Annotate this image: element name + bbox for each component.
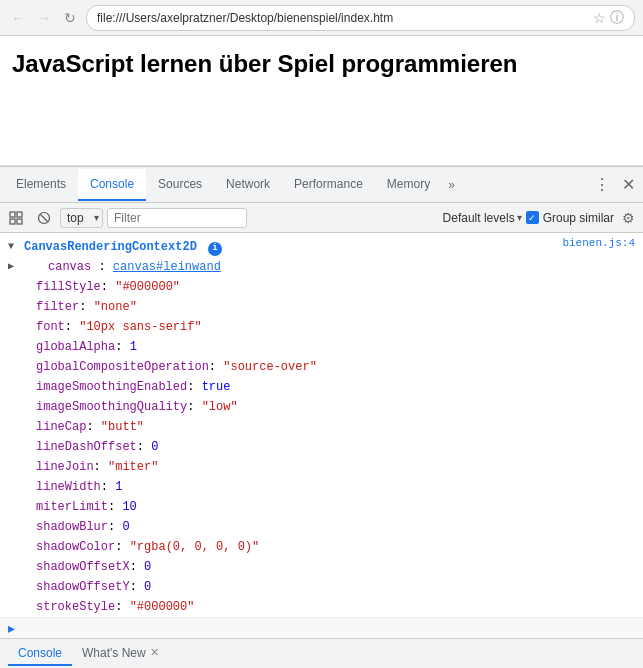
inspect-element-button[interactable] (4, 206, 28, 230)
prop-fillStyle: fillStyle: "#000000" (0, 277, 643, 297)
tab-network[interactable]: Network (214, 169, 282, 201)
tab-memory[interactable]: Memory (375, 169, 442, 201)
prop-lineDashOffset: lineDashOffset: 0 (0, 437, 643, 457)
info-badge: i (208, 242, 222, 256)
devtools-menu-button[interactable]: ⋮ (590, 171, 614, 198)
svg-rect-1 (17, 212, 22, 217)
prop-strokeStyle: strokeStyle: "#000000" (0, 597, 643, 617)
whats-new-close-icon[interactable]: ✕ (150, 646, 159, 659)
devtools-close-button[interactable]: ✕ (618, 171, 639, 198)
devtools-tabs-bar: Elements Console Sources Network Perform… (0, 167, 643, 203)
devtools-panel: Elements Console Sources Network Perform… (0, 166, 643, 668)
devtools-tab-end: ⋮ ✕ (590, 171, 639, 198)
bottom-tab-whats-new[interactable]: What's New ✕ (72, 642, 169, 666)
tab-console[interactable]: Console (78, 169, 146, 201)
reload-button[interactable]: ↻ (60, 8, 80, 28)
console-prompt-row: ▸ (0, 617, 643, 638)
page-title: JavaScript lernen über Spiel programmier… (12, 50, 631, 78)
address-text: file:///Users/axelpratzner/Desktop/biene… (97, 11, 589, 25)
group-similar-toggle[interactable]: Group similar (526, 211, 614, 225)
bottom-tabs-bar: Console What's New ✕ (0, 638, 643, 668)
canvas-ref[interactable]: canvas#leinwand (113, 260, 221, 274)
settings-icon[interactable]: ⚙ (618, 210, 639, 226)
browser-toolbar: ← → ↻ file:///Users/axelpratzner/Desktop… (0, 0, 643, 36)
prop-globalCompositeOperation: globalCompositeOperation: "source-over" (0, 357, 643, 377)
prop-lineJoin: lineJoin: "miter" (0, 457, 643, 477)
filter-input[interactable] (107, 208, 247, 228)
context-selector[interactable]: top (60, 208, 103, 228)
bottom-tab-console[interactable]: Console (8, 642, 72, 666)
default-levels-arrow-icon: ▾ (517, 212, 522, 223)
star-icon: ☆ (593, 10, 606, 26)
group-similar-checkbox[interactable] (526, 211, 539, 224)
prop-miterLimit: miterLimit: 10 (0, 497, 643, 517)
svg-rect-2 (10, 219, 15, 224)
root-expand-toggle[interactable]: ▼ (8, 239, 14, 254)
prop-shadowBlur: shadowBlur: 0 (0, 517, 643, 537)
prop-shadowColor: shadowColor: "rgba(0, 0, 0, 0)" (0, 537, 643, 557)
svg-rect-3 (17, 219, 22, 224)
tab-performance[interactable]: Performance (282, 169, 375, 201)
console-prompt-icon: ▸ (8, 620, 15, 636)
prop-lineCap: lineCap: "butt" (0, 417, 643, 437)
clear-console-button[interactable] (32, 206, 56, 230)
console-root-item: ▼ CanvasRenderingContext2D i (0, 237, 643, 257)
canvas-expand-toggle[interactable]: ▶ (8, 259, 14, 274)
tab-elements[interactable]: Elements (4, 169, 78, 201)
prop-shadowOffsetY: shadowOffsetY: 0 (0, 577, 643, 597)
svg-line-5 (41, 214, 48, 221)
devtools-toolbar: top Default levels ▾ Group similar ⚙ (0, 203, 643, 233)
prop-font: font: "10px sans-serif" (0, 317, 643, 337)
console-output: bienen.js:4 ▼ CanvasRenderingContext2D i… (0, 233, 643, 617)
canvas-property-row: ▶ canvas : canvas#leinwand (0, 257, 643, 277)
prop-imageSmoothingEnabled: imageSmoothingEnabled: true (0, 377, 643, 397)
address-bar[interactable]: file:///Users/axelpratzner/Desktop/biene… (86, 5, 635, 31)
prop-lineWidth: lineWidth: 1 (0, 477, 643, 497)
page-content: JavaScript lernen über Spiel programmier… (0, 36, 643, 166)
prop-imageSmoothingQuality: imageSmoothingQuality: "low" (0, 397, 643, 417)
prop-globalAlpha: globalAlpha: 1 (0, 337, 643, 357)
back-button[interactable]: ← (8, 8, 28, 28)
root-class-name: CanvasRenderingContext2D (24, 240, 197, 254)
default-levels-dropdown[interactable]: Default levels ▾ (443, 211, 522, 225)
prop-shadowOffsetX: shadowOffsetX: 0 (0, 557, 643, 577)
prop-filter: filter: "none" (0, 297, 643, 317)
tab-sources[interactable]: Sources (146, 169, 214, 201)
tabs-overflow-button[interactable]: » (442, 178, 461, 192)
context-selector-wrapper: top (60, 208, 103, 228)
info-icon: ⓘ (610, 9, 624, 27)
forward-button[interactable]: → (34, 8, 54, 28)
svg-rect-0 (10, 212, 15, 217)
